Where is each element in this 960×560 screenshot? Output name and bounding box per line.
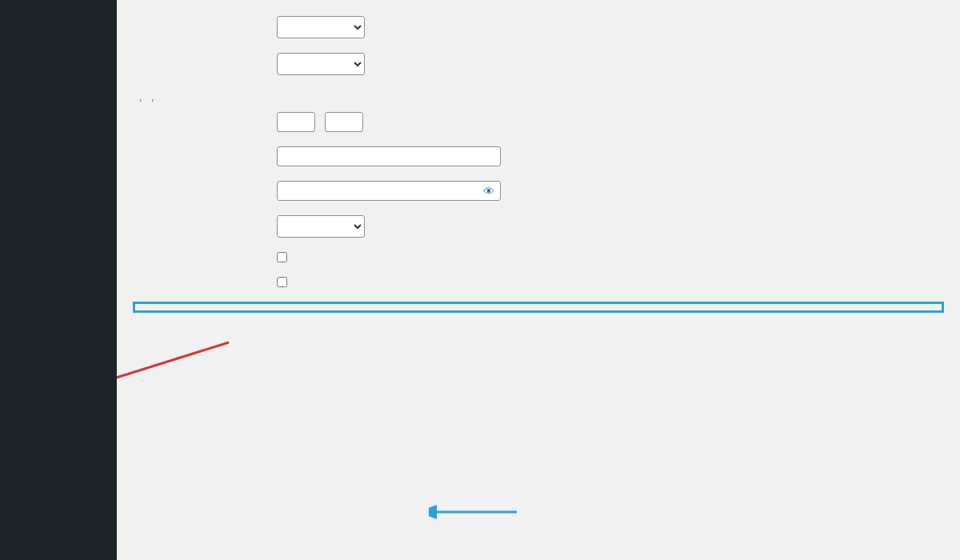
login-input[interactable] [277, 146, 501, 166]
svg-line-0 [117, 342, 229, 380]
port-input[interactable] [325, 112, 363, 132]
default-format-select[interactable] [277, 53, 365, 75]
mail-description: , , [133, 90, 944, 106]
password-input[interactable] [277, 181, 501, 201]
arrow-blue-icon [429, 502, 525, 522]
wprc-heading [133, 302, 944, 313]
testimonial-checkbox[interactable] [277, 277, 287, 287]
show-password-icon[interactable]: 👁 [483, 185, 494, 198]
mail-server-input[interactable] [277, 112, 315, 132]
mail-category-select[interactable] [277, 215, 365, 238]
portfolio-checkbox[interactable] [277, 252, 287, 262]
page-title [133, 0, 944, 16]
main-content: , , 👁 [117, 0, 960, 560]
arrow-red-icon [117, 336, 237, 392]
default-category-select[interactable] [277, 16, 365, 38]
admin-sidebar [0, 0, 117, 560]
